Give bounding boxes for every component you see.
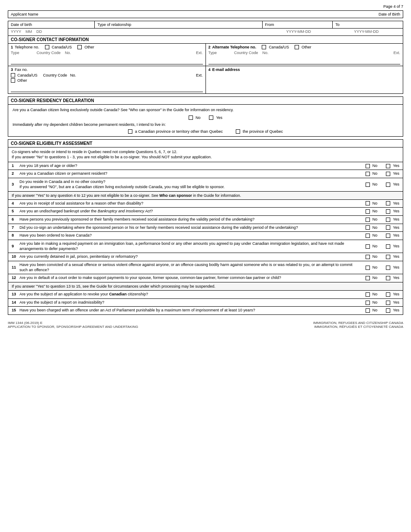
q4-yes-checkbox[interactable] xyxy=(386,201,390,205)
q1-yn: No Yes xyxy=(356,163,399,169)
eligibility-q13: 13 Are you the subject of an application… xyxy=(8,291,403,299)
q5-yes-checkbox[interactable] xyxy=(386,209,390,214)
q8-yes-checkbox[interactable] xyxy=(386,234,390,238)
fax-canadaus-checkbox[interactable] xyxy=(11,73,15,77)
q11-yes: Yes xyxy=(386,265,399,270)
q8-yn: No Yes xyxy=(356,233,399,238)
contact-section-title: CO-SIGNER CONTACT INFORMATION xyxy=(8,35,403,44)
type-placeholder xyxy=(96,29,265,34)
q5-no-checkbox[interactable] xyxy=(366,209,370,214)
residency-yes-item: Yes xyxy=(209,115,222,120)
q12-yes-checkbox[interactable] xyxy=(386,276,390,280)
province-quebec-checkbox[interactable] xyxy=(236,129,240,134)
applicant-header-bar: Applicant Name Date of Birth xyxy=(8,10,403,18)
q7-yes-checkbox[interactable] xyxy=(386,225,390,230)
q2-yes-checkbox[interactable] xyxy=(386,172,390,176)
q2-no: No xyxy=(366,171,378,176)
eligibility-note-q13: If you answer "Yes" to question 13 to 15… xyxy=(8,282,403,291)
q10-yn: No Yes xyxy=(356,254,399,260)
q15-no-checkbox[interactable] xyxy=(366,308,370,313)
q1-yes: Yes xyxy=(386,163,399,169)
q12-no-checkbox[interactable] xyxy=(366,276,370,280)
q8-no-checkbox[interactable] xyxy=(366,234,370,238)
q4-yn: No Yes xyxy=(356,201,399,206)
q9-yes-checkbox[interactable] xyxy=(386,244,390,249)
phone1-label: 1 Telephone no. Canada/US Other xyxy=(11,45,203,49)
q8-yes: Yes xyxy=(386,233,399,238)
footer: IMM 1344 (06-2019) E APPLICATION TO SPON… xyxy=(8,321,403,329)
q14-no: No xyxy=(366,300,378,305)
eligibility-q6: 6 Have persons you previously sponsored … xyxy=(8,216,403,224)
q9-no: No xyxy=(366,244,378,249)
fax-cell: 3 Fax no. Canada/US Country Code No. Ext… xyxy=(8,66,206,93)
fax-label: 3 Fax no. xyxy=(11,67,203,72)
relationship-row: Date of birth Type of relationship From … xyxy=(8,21,403,35)
phone2-field-line xyxy=(209,58,401,64)
q2-yn: No Yes xyxy=(356,171,399,176)
residency-no-item: No xyxy=(189,115,201,120)
q15-no: No xyxy=(366,308,378,313)
from-format: YYYY-MM-DD xyxy=(265,29,333,34)
footer-right: IMMIGRATION, REFUGEES AND CITIZENSHIP CA… xyxy=(313,321,403,329)
q3-no-checkbox[interactable] xyxy=(366,183,370,187)
q1-no-checkbox[interactable] xyxy=(366,164,370,168)
q15-yn: No Yes xyxy=(356,308,399,313)
relationship-row-fields: YYYY MM DD YYYY-MM-DD YYYY-MM-DD xyxy=(8,29,403,35)
q14-no-checkbox[interactable] xyxy=(366,301,370,305)
province-other-item: a Canadian province or territory other t… xyxy=(128,129,223,134)
q3-no: No xyxy=(366,182,378,187)
residency-section: Are you a Canadian citizen living exclus… xyxy=(8,105,403,137)
q5-yes: Yes xyxy=(386,209,399,214)
contact-section: 1 Telephone no. Canada/US Other Type Cou… xyxy=(8,44,403,94)
from-header: From xyxy=(263,21,333,28)
q10-no: No xyxy=(366,254,378,260)
q11-no-checkbox[interactable] xyxy=(366,266,370,270)
q11-yes-checkbox[interactable] xyxy=(386,266,390,270)
q9-no-checkbox[interactable] xyxy=(366,244,370,249)
q5-yn: No Yes xyxy=(356,209,399,214)
province-quebec-item: the province of Quebec xyxy=(236,129,283,134)
q6-no-checkbox[interactable] xyxy=(366,218,370,222)
fax-other-checkbox[interactable] xyxy=(11,78,15,83)
q11-no: No xyxy=(366,265,378,270)
q10-yes-checkbox[interactable] xyxy=(386,255,390,259)
residency-yes-checkbox[interactable] xyxy=(209,115,213,120)
q12-yes: Yes xyxy=(386,276,399,281)
province-options: a Canadian province or territory other t… xyxy=(13,129,398,134)
phone2-label: 2 Alternate Telephone no. Canada/US Othe… xyxy=(209,45,401,49)
q1-yes-checkbox[interactable] xyxy=(386,164,390,168)
q13-yes-checkbox[interactable] xyxy=(386,292,390,297)
q7-yn: No Yes xyxy=(356,225,399,231)
q3-yes: Yes xyxy=(386,182,399,187)
date-of-birth-label: Date of Birth xyxy=(379,12,400,16)
q1-no: No xyxy=(366,163,378,169)
phone2-canadaus-checkbox[interactable] xyxy=(262,45,266,49)
province-other-checkbox[interactable] xyxy=(128,129,132,134)
q7-no: No xyxy=(366,225,378,231)
q13-no-checkbox[interactable] xyxy=(366,292,370,297)
q7-no-checkbox[interactable] xyxy=(366,225,370,230)
dob-header: Date of birth xyxy=(8,21,95,28)
residency-no-checkbox[interactable] xyxy=(189,115,193,120)
q4-no-checkbox[interactable] xyxy=(366,201,370,205)
phone1-other-checkbox[interactable] xyxy=(77,45,82,49)
q14-yn: No Yes xyxy=(356,300,399,305)
q15-yes-checkbox[interactable] xyxy=(386,308,390,313)
residency-yn: No Yes xyxy=(13,115,398,120)
page-header: Page 4 of 7 xyxy=(8,4,403,9)
eligibility-q15: 15 Have you been charged with an offence… xyxy=(8,307,403,314)
phone2-cell: 2 Alternate Telephone no. Canada/US Othe… xyxy=(206,44,403,66)
phone1-canadaus-checkbox[interactable] xyxy=(45,45,49,49)
q4-yes: Yes xyxy=(386,201,399,206)
q6-yes-checkbox[interactable] xyxy=(386,218,390,222)
q2-no-checkbox[interactable] xyxy=(366,172,370,176)
q10-no-checkbox[interactable] xyxy=(366,255,370,259)
eligibility-q12: 12 Are you in default of a court order t… xyxy=(8,274,403,282)
phone1-sub-fields: Type Country Code No. Ext. xyxy=(11,51,203,55)
footer-left: IMM 1344 (06-2019) E APPLICATION TO SPON… xyxy=(8,321,138,329)
q3-yes-checkbox[interactable] xyxy=(386,183,390,187)
eligibility-q7: 7 Did you co-sign an undertaking where t… xyxy=(8,224,403,232)
fax-other-item: Other xyxy=(11,78,203,83)
q14-yes-checkbox[interactable] xyxy=(386,301,390,305)
phone2-other-checkbox[interactable] xyxy=(295,45,299,49)
